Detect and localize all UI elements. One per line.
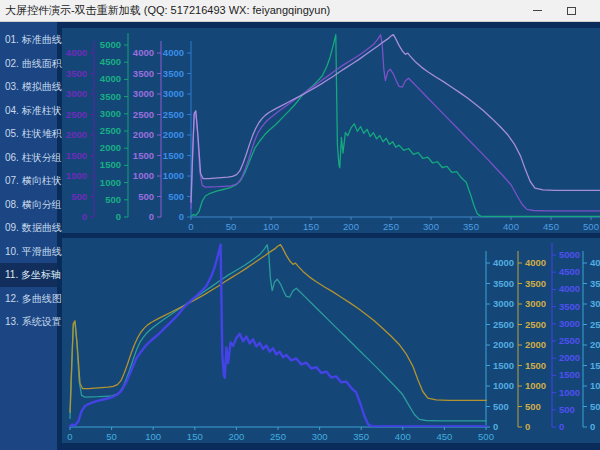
multi-axis-chart-bottom: 0501001502002503003504004505000500100015… <box>62 238 600 443</box>
svg-text:3000: 3000 <box>163 88 184 99</box>
svg-text:500: 500 <box>138 191 154 202</box>
sidebar-item-2[interactable]: 02. 曲线面积 <box>0 52 57 76</box>
svg-text:450: 450 <box>543 221 559 232</box>
svg-text:4500: 4500 <box>100 56 121 67</box>
svg-text:4000: 4000 <box>66 47 87 58</box>
svg-text:0: 0 <box>525 421 530 432</box>
svg-text:4000: 4000 <box>100 73 121 84</box>
svg-text:1000: 1000 <box>590 380 600 391</box>
svg-text:1000: 1000 <box>100 177 121 188</box>
svg-text:2500: 2500 <box>493 319 514 330</box>
svg-text:1500: 1500 <box>100 159 121 170</box>
yellow-curve <box>70 245 499 413</box>
svg-text:1500: 1500 <box>133 150 154 161</box>
svg-text:400: 400 <box>395 431 411 442</box>
svg-text:1500: 1500 <box>590 360 600 371</box>
svg-text:0: 0 <box>590 421 595 432</box>
svg-text:500: 500 <box>71 191 87 202</box>
svg-text:400: 400 <box>503 221 519 232</box>
svg-text:0: 0 <box>82 211 87 222</box>
svg-text:3500: 3500 <box>559 301 580 312</box>
sidebar-item-6[interactable]: 06. 柱状分组 <box>0 146 57 170</box>
svg-text:4000: 4000 <box>525 257 546 268</box>
svg-text:500: 500 <box>583 221 599 232</box>
svg-text:50: 50 <box>226 221 237 232</box>
svg-text:100: 100 <box>145 431 161 442</box>
svg-text:200: 200 <box>343 221 359 232</box>
svg-text:4000: 4000 <box>590 257 600 268</box>
window-controls <box>520 0 588 21</box>
sidebar-item-13[interactable]: 13. 系统设置 <box>0 310 57 334</box>
svg-text:500: 500 <box>559 404 575 415</box>
svg-text:200: 200 <box>228 431 244 442</box>
svg-text:4000: 4000 <box>493 257 514 268</box>
svg-text:3500: 3500 <box>163 68 184 79</box>
svg-text:1500: 1500 <box>493 360 514 371</box>
svg-text:4500: 4500 <box>559 266 580 277</box>
svg-text:0: 0 <box>116 211 121 222</box>
window-title: 大屏控件演示-双击重新加载 (QQ: 517216493 WX: feiyang… <box>0 3 520 18</box>
svg-text:3000: 3000 <box>525 298 546 309</box>
svg-text:3500: 3500 <box>525 278 546 289</box>
minimize-button[interactable] <box>520 0 554 21</box>
sidebar-item-5[interactable]: 05. 柱状堆积 <box>0 122 57 146</box>
app-window: 大屏控件演示-双击重新加载 (QQ: 517216493 WX: feiyang… <box>0 0 600 450</box>
content-area: 01. 标准曲线02. 曲线面积03. 模拟曲线04. 标准柱状05. 柱状堆积… <box>0 22 600 450</box>
svg-text:0: 0 <box>188 221 193 232</box>
svg-text:300: 300 <box>423 221 439 232</box>
svg-text:2500: 2500 <box>133 109 154 120</box>
sidebar-menu: 01. 标准曲线02. 曲线面积03. 模拟曲线04. 标准柱状05. 柱状堆积… <box>0 22 57 450</box>
svg-text:1500: 1500 <box>559 369 580 380</box>
svg-text:1000: 1000 <box>525 380 546 391</box>
svg-text:2000: 2000 <box>590 339 600 350</box>
svg-text:250: 250 <box>270 431 286 442</box>
svg-text:150: 150 <box>303 221 319 232</box>
svg-text:2500: 2500 <box>590 319 600 330</box>
svg-text:3000: 3000 <box>559 318 580 329</box>
svg-text:2000: 2000 <box>493 339 514 350</box>
svg-text:500: 500 <box>525 401 541 412</box>
svg-text:150: 150 <box>187 431 203 442</box>
sidebar-item-8[interactable]: 08. 横向分组 <box>0 193 57 217</box>
sidebar-item-11[interactable]: 11. 多坐标轴 <box>0 263 57 287</box>
maximize-button[interactable] <box>554 0 588 21</box>
svg-text:2500: 2500 <box>163 109 184 120</box>
svg-text:1000: 1000 <box>66 170 87 181</box>
svg-text:2500: 2500 <box>525 319 546 330</box>
svg-text:500: 500 <box>493 401 509 412</box>
svg-text:4000: 4000 <box>163 47 184 58</box>
sidebar-item-9[interactable]: 09. 数据曲线 <box>0 216 57 240</box>
svg-text:0: 0 <box>493 421 498 432</box>
svg-text:500: 500 <box>168 191 184 202</box>
svg-text:1500: 1500 <box>163 150 184 161</box>
svg-text:1000: 1000 <box>163 170 184 181</box>
sidebar-item-1[interactable]: 01. 标准曲线 <box>0 28 57 52</box>
sidebar-item-3[interactable]: 03. 模拟曲线 <box>0 75 57 99</box>
lavender-curve <box>191 35 600 203</box>
svg-text:1500: 1500 <box>66 150 87 161</box>
svg-text:2000: 2000 <box>525 339 546 350</box>
svg-text:2000: 2000 <box>100 142 121 153</box>
svg-text:250: 250 <box>383 221 399 232</box>
svg-text:300: 300 <box>312 431 328 442</box>
sidebar-item-7[interactable]: 07. 横向柱状 <box>0 169 57 193</box>
svg-text:3000: 3000 <box>66 88 87 99</box>
svg-text:3000: 3000 <box>493 298 514 309</box>
svg-text:3000: 3000 <box>100 108 121 119</box>
svg-text:3500: 3500 <box>133 68 154 79</box>
svg-text:1500: 1500 <box>525 360 546 371</box>
svg-text:3000: 3000 <box>590 298 600 309</box>
svg-text:2000: 2000 <box>163 129 184 140</box>
svg-text:350: 350 <box>463 221 479 232</box>
sidebar-item-4[interactable]: 04. 标准柱状 <box>0 99 57 123</box>
sidebar-item-12[interactable]: 12. 多曲线图 <box>0 287 57 311</box>
svg-text:1000: 1000 <box>133 170 154 181</box>
svg-text:3500: 3500 <box>100 91 121 102</box>
svg-text:5000: 5000 <box>100 39 121 50</box>
svg-text:450: 450 <box>436 431 452 442</box>
sidebar-item-10[interactable]: 10. 平滑曲线 <box>0 240 57 264</box>
svg-text:3500: 3500 <box>590 278 600 289</box>
svg-text:100: 100 <box>263 221 279 232</box>
teal-curve <box>70 245 499 421</box>
chart-panel-bottom: 0501001502002503003504004505000500100015… <box>62 238 600 443</box>
